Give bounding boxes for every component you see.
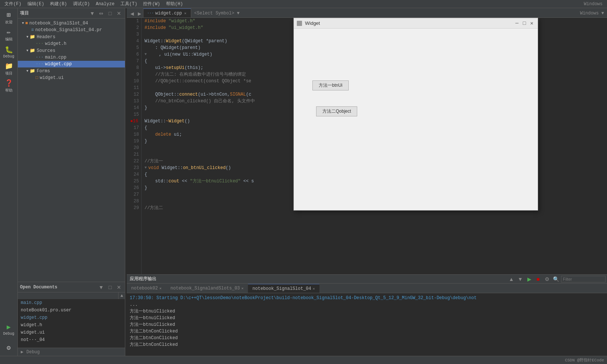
doc-item-widgetui[interactable]: widget.ui (18, 329, 125, 336)
tab-fwd-btn[interactable]: ▶ (136, 10, 143, 17)
output-line-0: 17:30:50: Starting D:\c++QT\lessonDemo\n… (130, 295, 604, 301)
tree-profile[interactable]: ≡ notebook_SignalSlot_04.pr (18, 27, 125, 33)
editor-area[interactable]: 1 2 3 4 5 6 7 8 9 10 11 12 13 14 15 ●16 (127, 18, 607, 274)
ln-10: 10 (127, 78, 139, 85)
edit-btn[interactable]: ✏ 编辑 (1, 27, 17, 43)
sidebar-split-btn[interactable]: □ (106, 10, 114, 17)
float-titlebar: Widget ─ □ ✕ (294, 18, 538, 29)
output-scroll-down[interactable]: ▼ (517, 275, 524, 283)
statusbar-right: CSDN @野指针ECode (565, 357, 604, 363)
open-docs-close[interactable]: ✕ (115, 284, 123, 291)
run-icon: ▶ (7, 323, 11, 331)
tree-root[interactable]: ▼ ■ notebook_SignalSlot_04 (18, 20, 125, 27)
ln-18: 18 (127, 131, 139, 138)
output-stop[interactable]: ■ (534, 275, 542, 283)
output-settings[interactable]: ⚙ (543, 275, 551, 283)
edit-label: 编辑 (5, 37, 13, 42)
ln-9: 9 (127, 71, 139, 78)
menu-build[interactable]: 构建(B) (47, 0, 70, 8)
ln-14: 14 (127, 105, 139, 111)
doc-item-main[interactable]: main.cpp (18, 299, 125, 307)
sidebar-link-btn[interactable]: ⇔ (97, 10, 105, 17)
editor-bottom-wrapper: 1 2 3 4 5 6 7 8 9 10 11 12 13 14 15 ●16 (127, 18, 607, 356)
doc-item-widgeth[interactable]: widget.h (18, 321, 125, 329)
menu-debug[interactable]: 调试(D) (70, 0, 93, 8)
bottom-tab-slots03[interactable]: notebook_SignalandSlots_03 ✕ (166, 284, 248, 293)
output-line-3: 方法一btnuiClicked (130, 315, 604, 321)
open-docs-debug-label[interactable]: Debug (26, 350, 40, 355)
tree-root-label: notebook_SignalSlot_04 (29, 21, 88, 26)
debug-btn[interactable]: 🐛 Debug (1, 44, 17, 60)
edit-icon: ✏ (7, 28, 11, 36)
tree-widget-cpp-label: widget.cpp (45, 62, 72, 67)
open-docs-bottom-icon[interactable]: ▶ (21, 349, 23, 355)
float-minimize-btn[interactable]: ─ (514, 20, 520, 26)
output-run[interactable]: ▶ (525, 275, 533, 283)
ln-8: 8 (127, 64, 139, 71)
tab-slot04-label: notebook_SignalSlot_04 (252, 286, 311, 291)
run-btn[interactable]: ▶ Debug (1, 321, 17, 337)
cpp-file-icon-main: ··· (36, 55, 44, 60)
doc-item-notcpp[interactable]: not···_04 (18, 336, 125, 344)
output-filter-input[interactable] (561, 276, 606, 282)
floating-widget-window: Widget ─ □ ✕ 方法一btnUi 方法二Qobject (293, 18, 538, 211)
welcome-icon: ⊞ (7, 11, 11, 19)
output-line-1: ... (130, 301, 604, 308)
sidebar-filter-btn[interactable]: ▼ (89, 10, 96, 17)
float-maximize-btn[interactable]: □ (521, 20, 527, 26)
output-search[interactable]: 🔍 (552, 275, 560, 283)
ln-12: 12 (127, 91, 139, 98)
ln-1: 1 (127, 18, 139, 24)
cpp-file-icon-widget: ··· (36, 62, 44, 67)
tree-widget-ui-label: widget.ui (40, 75, 64, 80)
float-close-btn[interactable]: ✕ (529, 20, 535, 26)
float-body: 方法一btnUi 方法二Qobject (294, 29, 538, 210)
content-area: ◀ ▶ ··· widget.cpp ✕ <Select Symbol> ▼ W… (127, 8, 607, 356)
sidebar-header: 项目 ▼ ⇔ □ ✕ (18, 8, 125, 19)
open-docs-split[interactable]: □ (106, 284, 114, 291)
settings-icon: ⚙ (7, 344, 11, 352)
float-win-buttons: ─ □ ✕ (514, 20, 535, 26)
tab-symbol-selector[interactable]: <Select Symbol> ▼ (191, 9, 242, 17)
menu-analyze[interactable]: Analyze (93, 1, 117, 7)
tree-main-cpp[interactable]: ··· main.cpp (18, 54, 125, 61)
float-btn2[interactable]: 方法二Qobject (316, 106, 357, 116)
help-btn[interactable]: ❓ 帮助 (1, 78, 17, 94)
settings-btn[interactable]: ⚙ (1, 340, 17, 356)
tree-widget-cpp[interactable]: ··· widget.cpp (18, 61, 125, 67)
welcome-btn[interactable]: ⊞ 欢迎 (1, 10, 17, 26)
tab-back-btn[interactable]: ◀ (128, 10, 136, 17)
tab-bar: ◀ ▶ ··· widget.cpp ✕ <Select Symbol> ▼ W… (127, 8, 607, 18)
menu-edit[interactable]: 编辑(E) (24, 0, 47, 8)
bottom-tab-slot04[interactable]: notebook_SignalSlot_04 ✕ (248, 284, 319, 293)
bottom-tab-notebook02[interactable]: notebook02 ✕ (127, 284, 166, 293)
tab-widget-cpp[interactable]: ··· widget.cpp ✕ (143, 9, 191, 17)
tab-notebook02-close[interactable]: ✕ (159, 286, 162, 291)
tree-sources[interactable]: ▼ 📁 Sources (18, 47, 125, 54)
tab-dropdown[interactable]: Windows ▼ (577, 9, 607, 17)
sidebar-close-btn[interactable]: ✕ (115, 10, 123, 17)
doc-item-prouser[interactable]: noteBook01.pro.user (18, 307, 125, 314)
open-docs-filter[interactable]: ▼ (97, 284, 105, 291)
tab-slots03-close[interactable]: ✕ (241, 286, 243, 291)
tree-widget-ui[interactable]: □ widget.ui (18, 75, 125, 81)
menu-file[interactable]: 文件(F) (1, 0, 24, 8)
project-btn[interactable]: 📁 项目 (1, 61, 17, 77)
line-numbers: 1 2 3 4 5 6 7 8 9 10 11 12 13 14 15 ●16 (127, 18, 142, 274)
ln-29: 29 (127, 205, 139, 211)
forms-arrow: ▼ (25, 69, 30, 73)
menu-tools[interactable]: 工具(T) (117, 0, 140, 8)
tree-forms[interactable]: ▼ 📁 Forms (18, 67, 125, 75)
menu-help[interactable]: 帮助(H) (163, 0, 186, 8)
float-btn1[interactable]: 方法一btnUi (312, 80, 349, 90)
tree-headers[interactable]: ▼ 📁 Headers (18, 33, 125, 40)
menu-controls[interactable]: 控件(W) (140, 0, 163, 8)
output-line-2: 方法一btnuiClicked (130, 308, 604, 315)
tree-widget-h[interactable]: ··· widget.h (18, 40, 125, 47)
tab-slot04-close[interactable]: ✕ (313, 287, 315, 291)
tab-close-btn[interactable]: ✕ (183, 11, 187, 16)
output-scroll-up[interactable]: ▲ (508, 275, 515, 283)
ln-6: 6 (127, 51, 139, 58)
doc-item-widgetcpp[interactable]: widget.cpp (18, 314, 125, 321)
tree-main-cpp-label: main.cpp (45, 55, 67, 60)
